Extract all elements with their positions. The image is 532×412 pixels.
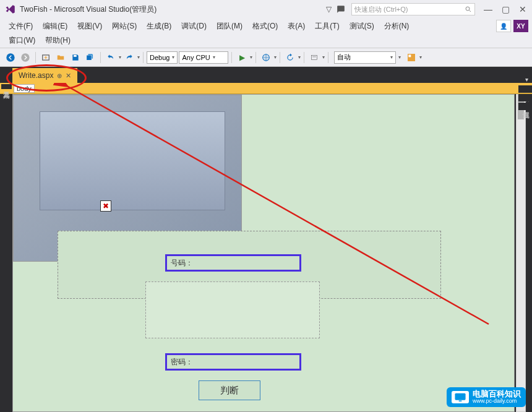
password-field[interactable]: 密码： [165, 353, 301, 371]
right-side-panels: 解决方案资源管理器 团队资源管理器 属性 [518, 83, 532, 412]
menu-debug[interactable]: 调试(D) [176, 20, 212, 33]
broken-image-icon: ✖ [100, 200, 111, 212]
breadcrumb: body [0, 83, 532, 94]
svg-rect-10 [409, 54, 411, 57]
save-button[interactable] [69, 51, 82, 64]
watermark-text: 电脑百科知识 www.pc-daily.com [473, 390, 521, 405]
tab-list-dropdown[interactable]: ▾ [525, 76, 528, 83]
separator [35, 52, 36, 63]
start-dropdown-caret[interactable]: ▾ [250, 54, 252, 60]
dashed-textarea[interactable] [145, 281, 320, 338]
menu-analyze[interactable]: 分析(N) [379, 20, 414, 33]
watermark: 电脑百科知识 www.pc-daily.com [447, 387, 526, 407]
password-field-label: 密码： [171, 357, 193, 367]
watermark-url: www.pc-daily.com [473, 398, 521, 405]
undo-button[interactable] [104, 51, 118, 64]
menu-build[interactable]: 生成(B) [142, 20, 176, 33]
designer-surface[interactable]: ✖ 号码： 密码： 判断 [12, 94, 515, 412]
window-controls: — ▢ ✕ [484, 5, 527, 14]
svg-point-3 [21, 53, 29, 61]
config-dropdown[interactable]: Debug ▾ [147, 51, 178, 64]
start-debug-button[interactable]: ▶ [235, 51, 249, 64]
auto-dropdown[interactable]: 自动 ▾ [334, 51, 396, 64]
properties-tab[interactable]: 属性 [518, 103, 532, 110]
toolbox-tab[interactable]: 工具箱 [1, 84, 12, 89]
vs-logo-icon [5, 4, 16, 15]
redo-dropdown-caret[interactable]: ▾ [137, 54, 140, 60]
user-avatar[interactable]: 👤 [496, 20, 511, 32]
tab-filename: Write.aspx [19, 71, 53, 80]
judge-button[interactable]: 判断 [199, 380, 260, 400]
number-field[interactable]: 号码： [165, 254, 301, 272]
menu-test[interactable]: 测试(S) [345, 20, 379, 33]
tab-close-icon[interactable]: ✕ [66, 72, 71, 80]
svg-rect-7 [312, 55, 317, 59]
menu-tools[interactable]: 工具(T) [310, 20, 344, 33]
number-field-label: 号码： [171, 258, 193, 268]
document-tab[interactable]: Write.aspx ⊕ ✕ [12, 68, 77, 83]
config-dropdown-label: Debug [150, 54, 169, 61]
auto-caret[interactable]: ▾ [398, 54, 401, 60]
nav-forward-button[interactable] [19, 51, 32, 64]
platform-dropdown[interactable]: Any CPU ▾ [179, 51, 228, 64]
menu-file[interactable]: 文件(F) [4, 20, 38, 33]
caret-icon: ▾ [213, 54, 215, 60]
judge-button-label: 判断 [220, 385, 239, 397]
layout-button[interactable] [405, 51, 418, 64]
separator [143, 52, 144, 63]
watermark-title: 电脑百科知识 [473, 390, 521, 398]
menu-format[interactable]: 格式(O) [247, 20, 283, 33]
menu-edit[interactable]: 编辑(E) [38, 20, 72, 33]
quick-launch-input[interactable]: 快速启动 (Ctrl+Q) [351, 3, 475, 15]
close-button[interactable]: ✕ [518, 5, 527, 14]
title-bar: TwoFish - Microsoft Visual Studio(管理员) ▽… [0, 0, 532, 19]
redo-button[interactable] [122, 51, 136, 64]
svg-rect-13 [455, 393, 465, 400]
platform-dropdown-label: Any CPU [182, 54, 210, 61]
nav-back-button[interactable] [4, 51, 17, 64]
breadcrumb-item[interactable]: body [14, 84, 35, 93]
notification-icon[interactable]: ▽ [326, 5, 332, 14]
menu-table[interactable]: 表(A) [283, 20, 310, 33]
menu-help[interactable]: 帮助(H) [40, 34, 75, 47]
solution-explorer-tab[interactable]: 解决方案资源管理器 [518, 85, 532, 93]
browser-caret[interactable]: ▾ [274, 54, 277, 60]
save-all-button[interactable] [84, 51, 97, 64]
menu-website[interactable]: 网站(S) [107, 20, 142, 33]
refresh-button[interactable] [283, 51, 297, 64]
svg-rect-5 [74, 54, 77, 56]
pin-icon[interactable]: ⊕ [57, 72, 62, 79]
menu-window[interactable]: 窗口(W) [4, 34, 40, 47]
find-button[interactable] [307, 51, 321, 64]
team-explorer-tab[interactable]: 团队资源管理器 [518, 94, 532, 101]
document-tab-bar: 工具箱 Write.aspx ⊕ ✕ ▾ [0, 67, 532, 83]
separator [231, 52, 232, 63]
find-caret[interactable]: ▾ [322, 54, 325, 60]
caret-icon: ▾ [172, 54, 174, 60]
watermark-icon [452, 391, 469, 403]
toolbar: ▾ ▾ Debug ▾ Any CPU ▾ ▶ ▾ ▾ ▾ ▾ 自动 ▾ ▾ ▾ [0, 48, 532, 67]
quick-launch-placeholder: 快速启动 (Ctrl+Q) [354, 5, 408, 14]
undo-dropdown-caret[interactable]: ▾ [119, 54, 121, 60]
separator [255, 52, 256, 63]
feedback-icon[interactable] [337, 5, 345, 14]
minimize-button[interactable]: — [484, 5, 492, 14]
menu-bar-2: 窗口(W) 帮助(H) [0, 33, 532, 48]
xy-badge[interactable]: XY [513, 20, 528, 32]
browser-link-button[interactable] [259, 51, 273, 64]
menu-team[interactable]: 团队(M) [212, 20, 247, 33]
main-area: ✖ 号码： 密码： 判断 [12, 94, 515, 412]
window-title: TwoFish - Microsoft Visual Studio(管理员) [20, 4, 324, 15]
maximize-button[interactable]: ▢ [501, 5, 510, 14]
svg-line-1 [470, 11, 471, 12]
svg-rect-14 [459, 400, 462, 401]
menu-bar: 文件(F) 编辑(E) 视图(V) 网站(S) 生成(B) 调试(D) 团队(M… [0, 19, 532, 33]
menu-view[interactable]: 视图(V) [72, 20, 107, 33]
layout-caret[interactable]: ▾ [419, 54, 422, 60]
new-project-button[interactable] [39, 51, 53, 64]
caret-icon: ▾ [390, 54, 393, 60]
refresh-caret[interactable]: ▾ [298, 54, 301, 60]
separator [280, 52, 280, 63]
open-file-button[interactable] [54, 51, 67, 64]
svg-point-2 [6, 53, 14, 61]
